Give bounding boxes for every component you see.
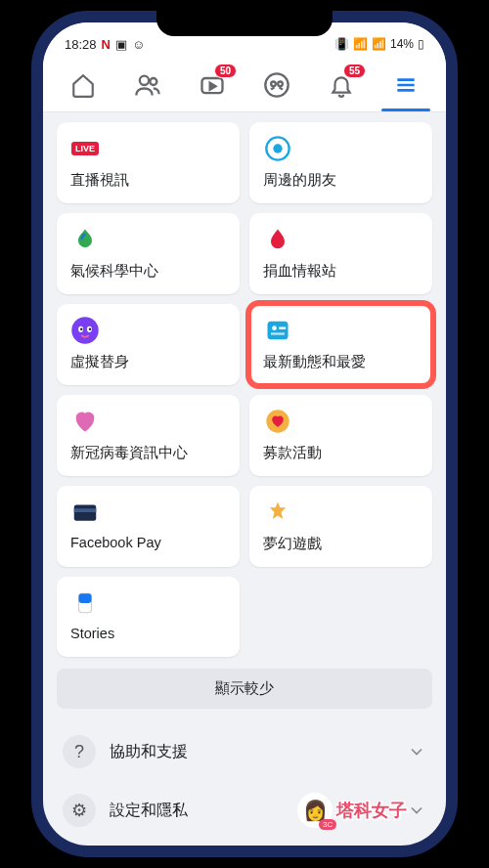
chevron-down-icon <box>407 801 426 820</box>
svg-point-5 <box>278 81 283 86</box>
svg-point-10 <box>273 144 282 152</box>
battery-icon: ▯ <box>418 37 424 51</box>
notch <box>156 11 333 36</box>
card-label: Facebook Pay <box>70 535 226 550</box>
nearby-friends-icon <box>263 134 292 163</box>
card-gaming[interactable]: 夢幻遊戲 <box>249 486 432 567</box>
help-icon: ? <box>63 735 96 768</box>
svg-rect-16 <box>268 322 289 340</box>
tab-friends[interactable] <box>115 58 180 111</box>
tab-menu[interactable] <box>374 58 438 111</box>
show-less-button[interactable]: 顯示較少 <box>57 669 432 709</box>
status-app-icon: ▣ <box>115 37 127 52</box>
tab-groups[interactable] <box>244 58 309 111</box>
vibrate-icon: 📳 <box>334 37 349 51</box>
section-meta-products[interactable]: Meta 旗下產品 <box>57 840 432 846</box>
chevron-down-icon <box>407 742 426 761</box>
covid-icon <box>70 407 100 436</box>
nav-tabs: 50 55 <box>43 58 446 112</box>
avatar-icon <box>70 316 100 345</box>
battery-text: 14% <box>390 37 414 51</box>
section-help-support[interactable]: ? 協助和支援 <box>57 722 432 781</box>
card-label: 直播視訊 <box>70 171 226 190</box>
card-label: 周邊的朋友 <box>263 171 419 190</box>
svg-point-11 <box>71 317 99 344</box>
notifications-badge: 55 <box>343 64 366 78</box>
svg-point-4 <box>271 81 276 86</box>
svg-point-3 <box>265 73 288 96</box>
watermark-sub: 3C <box>319 819 336 830</box>
svg-point-14 <box>80 328 83 331</box>
climate-icon <box>70 225 100 254</box>
card-facebook-pay[interactable]: Facebook Pay <box>57 486 240 567</box>
signal-icon: 📶 <box>372 37 386 51</box>
svg-point-17 <box>272 326 277 330</box>
card-blood-donation[interactable]: 捐血情報站 <box>249 213 432 294</box>
card-label: 氣候科學中心 <box>70 262 226 281</box>
phone-frame: 18:28 N ▣ ☺ 📳 📶 📶 14% ▯ 50 <box>31 11 458 857</box>
svg-point-0 <box>140 75 149 84</box>
card-label: 虛擬替身 <box>70 353 226 371</box>
card-fundraisers[interactable]: 募款活動 <box>249 395 432 476</box>
status-app-icon-2: ☺ <box>132 37 145 52</box>
svg-rect-19 <box>271 332 285 334</box>
card-label: Stories <box>70 626 226 641</box>
watermark: 👩 3C 塔科女子 <box>297 793 407 828</box>
card-label: 新冠病毒資訊中心 <box>70 444 226 462</box>
card-avatars[interactable]: 虛擬替身 <box>57 304 240 385</box>
netflix-icon: N <box>102 37 111 52</box>
card-covid-info[interactable]: 新冠病毒資訊中心 <box>57 395 240 476</box>
section-label: 協助和支援 <box>110 742 393 762</box>
card-stories[interactable]: Stories <box>57 577 240 657</box>
blood-icon <box>263 225 292 254</box>
svg-rect-24 <box>79 593 92 603</box>
settings-icon: ⚙ <box>63 794 96 827</box>
feeds-icon <box>263 316 292 345</box>
svg-rect-18 <box>279 327 286 329</box>
tab-notifications[interactable]: 55 <box>309 58 374 111</box>
svg-rect-22 <box>74 508 97 512</box>
card-label: 夢幻遊戲 <box>263 535 419 553</box>
svg-point-1 <box>150 78 156 85</box>
gaming-icon <box>263 498 292 527</box>
tab-watch[interactable]: 50 <box>180 58 244 111</box>
svg-point-15 <box>89 328 92 331</box>
card-climate[interactable]: 氣候科學中心 <box>57 213 240 294</box>
card-live-video[interactable]: LIVE 直播視訊 <box>57 122 240 203</box>
svg-rect-21 <box>74 505 97 521</box>
live-icon: LIVE <box>70 134 100 163</box>
watermark-text: 塔科女子 <box>336 799 407 822</box>
card-feeds-favorites[interactable]: 最新動態和最愛 <box>249 304 432 385</box>
status-time: 18:28 <box>65 37 97 52</box>
card-label: 捐血情報站 <box>263 262 419 281</box>
pay-icon <box>70 498 100 527</box>
watch-badge: 50 <box>214 64 237 78</box>
tab-home[interactable] <box>51 58 115 111</box>
wifi-icon: 📶 <box>353 37 368 51</box>
card-label: 募款活動 <box>263 444 419 462</box>
card-nearby-friends[interactable]: 周邊的朋友 <box>249 122 432 203</box>
stories-icon <box>70 588 100 618</box>
screen: 18:28 N ▣ ☺ 📳 📶 📶 14% ▯ 50 <box>43 22 446 846</box>
menu-content: LIVE 直播視訊 周邊的朋友 氣候科學中心 捐血情報站 虛擬替身 <box>43 112 446 846</box>
fundraiser-icon <box>263 407 292 436</box>
card-label: 最新動態和最愛 <box>263 353 419 371</box>
